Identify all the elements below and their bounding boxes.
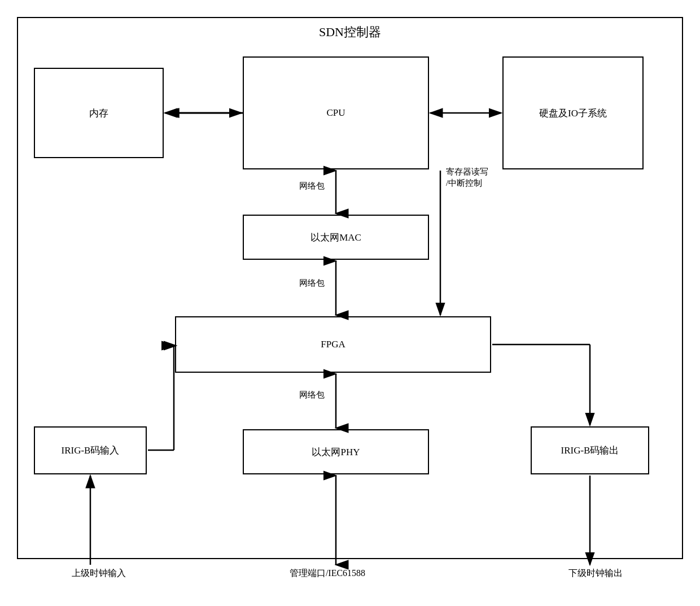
packet2-label: 网络包 — [299, 278, 325, 289]
packet1-label: 网络包 — [299, 181, 325, 191]
register-label: 寄存器读写 /中断控制 — [446, 167, 488, 189]
sdn-title: SDN控制器 — [18, 24, 682, 41]
irig-in-box: IRIG-B码输入 — [34, 426, 147, 474]
fpga-box: FPGA — [175, 316, 491, 373]
cpu-label: CPU — [326, 107, 345, 119]
memory-box: 内存 — [34, 68, 164, 158]
cpu-box: CPU — [243, 56, 429, 169]
diagram-container: SDN控制器 内存 CPU 硬盘及IO子系统 以太网MAC FPGA 以太网PH… — [0, 0, 700, 606]
clock-in-label: 上级时钟输入 — [56, 568, 141, 579]
irig-in-label: IRIG-B码输入 — [62, 444, 120, 457]
irig-out-box: IRIG-B码输出 — [531, 426, 649, 474]
packet3-label: 网络包 — [299, 390, 325, 400]
phy-label: 以太网PHY — [312, 446, 360, 459]
memory-label: 内存 — [89, 107, 108, 120]
mac-label: 以太网MAC — [310, 231, 361, 244]
irig-out-label: IRIG-B码输出 — [561, 444, 619, 457]
mgmt-port-label: 管理端口/IEC61588 — [260, 568, 395, 579]
hdd-box: 硬盘及IO子系统 — [502, 56, 644, 169]
clock-out-label: 下级时钟输出 — [542, 568, 649, 579]
fpga-label: FPGA — [321, 339, 345, 350]
mac-box: 以太网MAC — [243, 215, 429, 260]
hdd-label: 硬盘及IO子系统 — [539, 107, 607, 120]
phy-box: 以太网PHY — [243, 429, 429, 474]
